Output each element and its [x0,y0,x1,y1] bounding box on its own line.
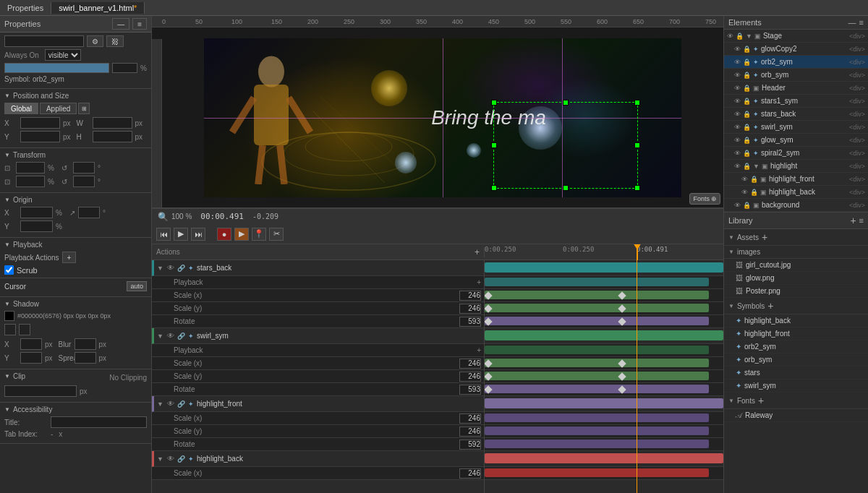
lib-stars-sym[interactable]: ✦ stars [724,366,868,380]
el-highlight[interactable]: 👁 🔒 ▼ ▣ highlight <div> [724,160,868,173]
clip-title[interactable]: Clip [4,372,25,380]
highlight-back-expand[interactable]: ▼ [157,455,164,463]
stars-scaley-value[interactable] [459,304,481,314]
orbsym-eye[interactable]: 👁 [734,72,741,79]
opacity-input[interactable]: 100 [112,63,137,73]
shadow-x-input[interactable]: 0 [20,338,42,350]
images-header[interactable]: images [724,246,868,259]
stage-canvas[interactable]: Bring the ma [204,38,681,197]
highlight-front-lock[interactable]: 🔗 [177,400,185,408]
el-stars-back[interactable]: 👁 🔒 ✦ stars_back <div> [724,108,868,121]
h-input[interactable]: 150 [93,131,132,142]
glowsym-lock[interactable]: 🔒 [743,137,751,144]
lib-orb2-sym[interactable]: ✦ orb2_sym [724,340,868,353]
highlight-back-eye[interactable]: 👁 [167,455,174,463]
opacity-slider[interactable] [4,63,109,73]
highlight-front-eye[interactable]: 👁 [167,400,174,408]
properties-menu-btn[interactable]: ≡ [132,18,147,30]
swirl-scalex-value[interactable] [459,359,481,369]
position-size-title[interactable]: Position and Size [4,92,147,100]
orb2sym-eye[interactable]: 👁 [734,59,741,66]
stage-lock[interactable]: 🔒 [736,33,744,40]
visibility-select[interactable]: visible [45,49,81,61]
w-input[interactable]: 150 [93,117,132,129]
lib-orb-sym[interactable]: ✦ orb_sym [724,353,868,366]
timeline-to-end-btn[interactable]: ⏭ [191,228,205,241]
timeline-razor-btn[interactable]: ✂ [269,228,284,241]
timeline-play-btn[interactable]: ▶ [174,228,188,241]
blur-input[interactable]: 0 [75,338,96,350]
spiral2sym-lock[interactable]: 🔒 [743,150,751,157]
el-glow-sym[interactable]: 👁 🔒 ✦ glow_sym <div> [724,134,868,147]
accessibility-title[interactable]: Accessibility [4,406,147,413]
starsback-eye[interactable]: 👁 [734,111,741,118]
shadow-y-input[interactable]: 0 [20,352,42,364]
clip-input[interactable] [4,385,77,397]
element-name-input[interactable]: orb2_sym [4,35,84,47]
timeline-to-start-btn[interactable]: ⏮ [156,228,171,241]
hback-lock[interactable]: 🔒 [750,189,758,196]
el-highlight-front[interactable]: 👁 🔒 ▣ highlight_front <div> [724,173,868,186]
starsback-lock[interactable]: 🔒 [743,111,751,118]
swirlsym-lock[interactable]: 🔒 [743,124,751,131]
el-stage[interactable]: 👁 🔒 ▼ ▣ Stage <div> [724,30,868,43]
lib-poster-png[interactable]: 🖼 Poster.png [724,285,868,298]
symbols-header[interactable]: Symbols + [724,298,868,314]
origin-angle-input[interactable]: 0 [78,207,100,218]
shadow-title[interactable]: Shadow [4,300,147,308]
el-orb-sym[interactable]: 👁 🔒 ✦ orb_sym <div> [724,69,868,82]
glowsym-eye[interactable]: 👁 [734,137,741,144]
orb2sym-lock[interactable]: 🔒 [743,59,751,66]
applied-tab[interactable]: Applied [40,103,77,114]
timeline-pin-btn[interactable]: 📍 [252,228,266,241]
timeline-record-btn[interactable]: ● [217,228,231,241]
scale-x-input[interactable]: 100 [16,162,45,173]
el-background[interactable]: 👁 🔒 ▣ background <div> [724,199,868,212]
bg-eye[interactable]: 👁 [734,202,741,209]
lib-girl-cutout[interactable]: 🖼 girl_cutout.jpg [724,259,868,272]
tab-properties[interactable]: Properties [0,2,51,14]
hf-scaley-value[interactable] [459,426,481,437]
swirl-sym-lock[interactable]: 🔗 [177,333,185,340]
transform-title[interactable]: Transform [4,151,147,159]
spiral2sym-eye[interactable]: 👁 [734,150,741,157]
stars-back-expand[interactable]: ▼ [157,265,164,272]
swirl-sym-expand[interactable]: ▼ [157,333,164,340]
title-input[interactable] [51,416,147,428]
glowcopy2-eye[interactable]: 👁 [734,46,741,53]
x-input[interactable]: 725 [20,117,60,129]
stage-expand-icon[interactable]: ▼ [746,33,752,40]
stage-eye[interactable]: 👁 [727,33,733,40]
global-tab[interactable]: Global [4,103,38,114]
highlight-eye[interactable]: 👁 [734,163,741,170]
fonts-header[interactable]: Fonts + [724,393,868,409]
stars-back-eye[interactable]: 👁 [167,264,174,272]
shadow-color-swatch[interactable] [4,311,14,321]
fonts-add-btn[interactable]: + [758,395,764,406]
el-header[interactable]: 👁 🔒 ▣ Header <div> [724,82,868,95]
scale-y-input[interactable]: 100 [16,176,45,187]
header-lock[interactable]: 🔒 [743,85,751,92]
el-spiral2-sym[interactable]: 👁 🔒 ✦ spiral2_sym <div> [724,147,868,160]
rotate2-input[interactable]: 0 [73,176,95,187]
cursor-auto-btn[interactable]: auto [127,281,147,291]
stars-playback-add[interactable]: + [477,278,481,286]
swirl-rotate-value[interactable] [459,385,481,395]
highlight-lock[interactable]: 🔒 [743,163,751,170]
highlight-back-lock[interactable]: 🔗 [177,455,185,463]
stars-back-lock[interactable]: 🔗 [177,265,185,272]
highlight-expand[interactable]: ▼ [753,163,760,170]
playback-add-btn[interactable]: + [62,252,77,263]
grid-icon[interactable]: ⊞ [78,103,90,114]
elements-collapse-btn[interactable]: — [848,18,856,27]
elements-menu-btn[interactable]: ≡ [859,18,864,27]
tab-file[interactable]: swirl_banner_v1.html [51,2,145,14]
orbsym-lock[interactable]: 🔒 [743,72,751,79]
el-orb2-sym[interactable]: 👁 🔒 ✦ orb2_sym <div> [724,56,868,69]
assets-add-btn[interactable]: + [762,231,767,243]
lib-highlight-front-sym[interactable]: ✦ highlight_front [724,327,868,340]
hb-scalex-value[interactable] [459,468,481,479]
scrub-checkbox[interactable] [4,265,14,275]
shadow-sq1[interactable] [4,324,16,335]
bg-lock[interactable]: 🔒 [743,202,751,209]
